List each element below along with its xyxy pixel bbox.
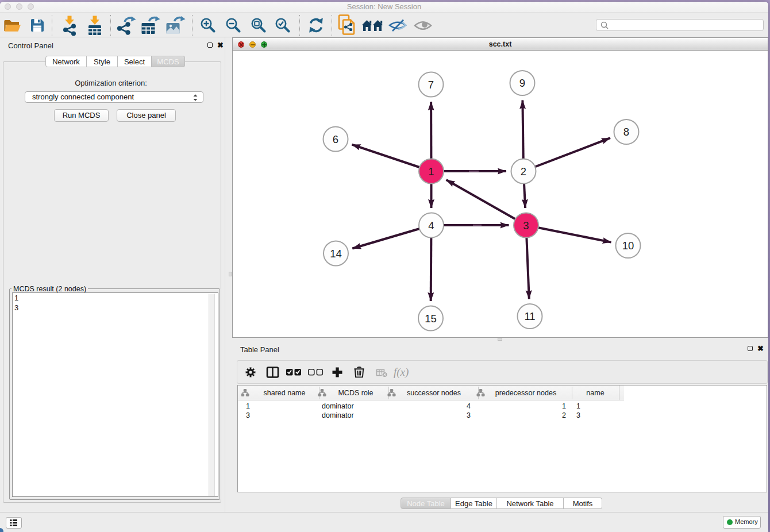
svg-text:f(x): f(x) — [394, 367, 409, 378]
svg-text:8: 8 — [623, 126, 629, 138]
svg-text:4: 4 — [428, 219, 434, 232]
svg-text:9: 9 — [519, 77, 525, 89]
svg-text:10: 10 — [622, 240, 634, 252]
svg-text:3: 3 — [523, 219, 529, 232]
svg-text:15: 15 — [425, 313, 437, 325]
svg-text:11: 11 — [524, 310, 535, 322]
svg-text:2: 2 — [521, 165, 526, 178]
svg-text:6: 6 — [333, 133, 338, 145]
svg-text:1: 1 — [428, 165, 434, 178]
svg-text:7: 7 — [428, 79, 434, 91]
svg-text:14: 14 — [330, 248, 342, 260]
